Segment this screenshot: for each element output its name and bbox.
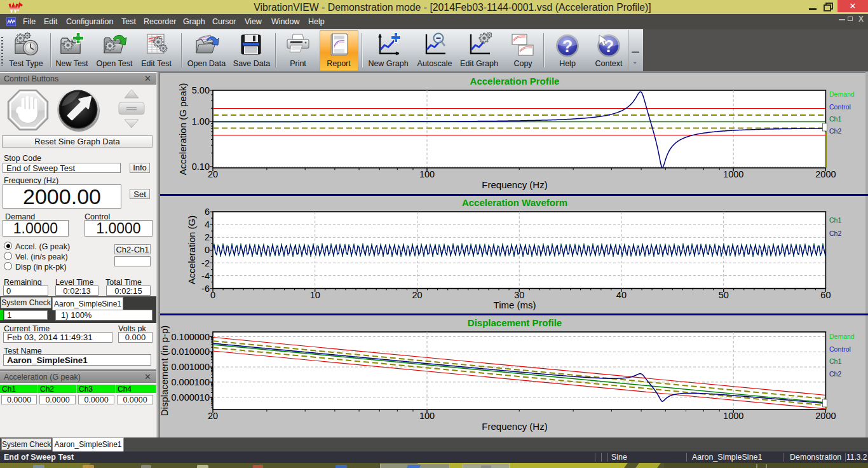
svg-text:Ch2: Ch2: [829, 230, 841, 237]
svg-text:Ch1: Ch1: [829, 357, 841, 365]
svg-text:6: 6: [205, 207, 210, 217]
svg-text:20: 20: [412, 290, 422, 300]
svg-text:Acceleration Profile: Acceleration Profile: [470, 76, 560, 86]
svg-text:-2: -2: [201, 258, 210, 268]
svg-text:0.10: 0.10: [192, 162, 210, 172]
svg-text:0.100000: 0.100000: [172, 332, 210, 342]
svg-text:30: 30: [514, 290, 524, 300]
svg-text:Ch1: Ch1: [829, 216, 841, 224]
svg-text:Demand: Demand: [829, 90, 855, 98]
svg-text:5.00: 5.00: [192, 85, 210, 95]
svg-text:Acceleration Waveform: Acceleration Waveform: [462, 197, 567, 208]
svg-text:Acceleration (G): Acceleration (G): [186, 216, 197, 284]
svg-text:0: 0: [205, 245, 210, 255]
svg-text:Demand: Demand: [829, 333, 855, 340]
svg-text:-4: -4: [201, 271, 210, 281]
svg-text:Ch1: Ch1: [829, 115, 841, 123]
svg-text:0: 0: [210, 290, 215, 300]
svg-text:60: 60: [820, 290, 831, 300]
svg-text:1000: 1000: [723, 169, 743, 179]
svg-text:Time (ms): Time (ms): [494, 299, 536, 310]
svg-text:0.000100: 0.000100: [172, 377, 210, 387]
svg-text:10: 10: [310, 290, 320, 300]
svg-text:2000: 2000: [815, 411, 836, 421]
svg-text:Frequency (Hz): Frequency (Hz): [482, 421, 547, 432]
svg-text:Control: Control: [829, 345, 851, 353]
svg-text:Acceleration (G peak): Acceleration (G peak): [177, 83, 188, 175]
svg-text:0.010000: 0.010000: [172, 347, 210, 357]
svg-text:100: 100: [419, 411, 435, 421]
svg-text:Ch2: Ch2: [829, 127, 841, 135]
svg-text:20: 20: [208, 169, 218, 179]
svg-text:20: 20: [208, 411, 218, 421]
svg-text:0.000010: 0.000010: [172, 392, 210, 403]
svg-text:-6: -6: [201, 284, 210, 294]
svg-text:1.00: 1.00: [192, 116, 210, 127]
svg-text:1000: 1000: [723, 411, 743, 421]
svg-text:100: 100: [419, 169, 435, 179]
svg-text:Ch2: Ch2: [829, 370, 841, 378]
svg-text:?: ?: [562, 37, 573, 56]
svg-text:2: 2: [205, 232, 210, 242]
svg-text:Frequency (Hz): Frequency (Hz): [482, 179, 547, 190]
svg-text:40: 40: [616, 290, 627, 300]
svg-text:Displacement Profile: Displacement Profile: [468, 317, 562, 328]
svg-text:50: 50: [719, 290, 729, 300]
svg-text:Displacement (in p-p): Displacement (in p-p): [159, 326, 170, 416]
svg-text:2000: 2000: [815, 169, 836, 179]
svg-text:0.001000: 0.001000: [172, 362, 210, 372]
svg-text:4: 4: [205, 219, 210, 230]
svg-text:Control: Control: [829, 103, 851, 111]
